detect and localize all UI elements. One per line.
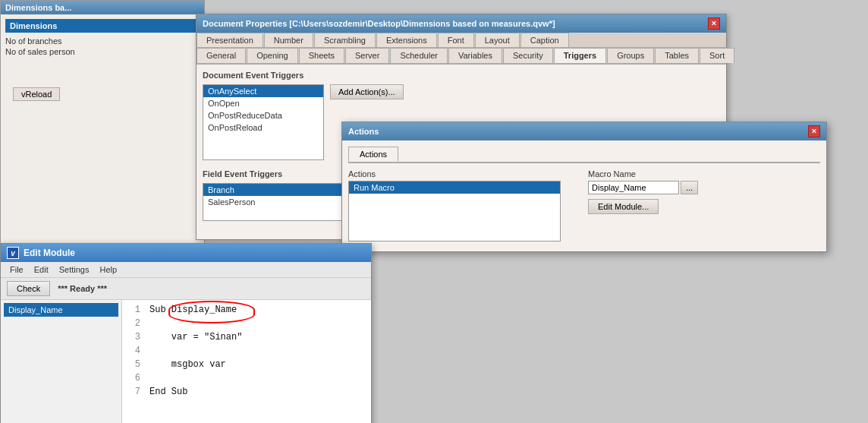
macro-name-input[interactable] bbox=[588, 181, 679, 194]
menu-file[interactable]: File bbox=[5, 264, 28, 276]
edit-module-button[interactable]: Edit Module... bbox=[588, 199, 659, 214]
actions-close-button[interactable]: ✕ bbox=[808, 125, 820, 137]
code-area: 1 Sub Display_Name 2 3 var = "Sinan" 4 5… bbox=[122, 300, 371, 423]
tab-general[interactable]: General bbox=[197, 48, 246, 63]
tab-triggers[interactable]: Triggers bbox=[554, 48, 606, 63]
trigger-onanyselect[interactable]: OnAnySelect bbox=[203, 85, 323, 97]
tab-variables[interactable]: Variables bbox=[448, 48, 502, 63]
menu-settings[interactable]: Settings bbox=[55, 264, 94, 276]
doc-props-top-tabs: Presentation Number Scrambling Extension… bbox=[197, 33, 726, 48]
doc-props-titlebar: Document Properties [C:\Users\sozdemir\D… bbox=[197, 14, 726, 33]
actions-title: Actions bbox=[348, 127, 379, 136]
tab-sheets[interactable]: Sheets bbox=[299, 48, 344, 63]
code-line-6: 6 bbox=[128, 371, 365, 385]
doc-props-bottom-tabs: General Opening Sheets Server Scheduler … bbox=[197, 48, 726, 65]
actions-list-label: Actions bbox=[348, 169, 580, 178]
dimensions-app-window: Dimensions ba... Dimensions No of branch… bbox=[0, 0, 205, 251]
macro-name-label: Macro Name bbox=[588, 169, 820, 178]
actions-inner: Actions Actions Run Macro Macro Name ...… bbox=[342, 140, 826, 251]
module-list-item-display-name[interactable]: Display_Name bbox=[4, 303, 118, 317]
code-line-3: 3 var = "Sinan" bbox=[128, 330, 365, 344]
trigger-onpostreducedata[interactable]: OnPostReduceData bbox=[203, 109, 323, 122]
module-sidebar: Display_Name bbox=[1, 300, 122, 423]
tab-server[interactable]: Server bbox=[345, 48, 389, 63]
tab-actions[interactable]: Actions bbox=[348, 147, 398, 162]
status-text: *** Ready *** bbox=[58, 284, 107, 293]
tab-opening[interactable]: Opening bbox=[247, 48, 298, 63]
edit-module-titlebar: v Edit Module bbox=[1, 244, 371, 262]
bg-app-titlebar: Dimensions ba... bbox=[1, 1, 204, 14]
tab-caption[interactable]: Caption bbox=[520, 33, 569, 47]
edit-module-title: Edit Module bbox=[24, 248, 75, 258]
edit-module-body: Display_Name 1 Sub Display_Name 2 3 var … bbox=[1, 300, 371, 423]
actions-list[interactable]: Run Macro bbox=[348, 181, 561, 241]
macro-browse-button[interactable]: ... bbox=[681, 181, 698, 194]
doc-triggers-list[interactable]: OnAnySelect OnOpen OnPostReduceData OnPo… bbox=[203, 84, 324, 160]
doc-props-close-button[interactable]: ✕ bbox=[708, 17, 720, 30]
tab-font[interactable]: Font bbox=[438, 33, 474, 47]
add-actions-button[interactable]: Add Action(s)... bbox=[330, 84, 404, 99]
actions-list-container: Actions Run Macro bbox=[348, 169, 580, 245]
tab-presentation[interactable]: Presentation bbox=[197, 33, 263, 47]
tab-number[interactable]: Number bbox=[264, 33, 313, 47]
actions-titlebar: Actions ✕ bbox=[342, 122, 826, 140]
code-line-1: 1 Sub Display_Name bbox=[128, 303, 365, 317]
trigger-onopen[interactable]: OnOpen bbox=[203, 97, 323, 109]
bg-app-header: Dimensions bbox=[5, 19, 200, 33]
tab-security[interactable]: Security bbox=[503, 48, 553, 63]
tab-groups[interactable]: Groups bbox=[607, 48, 654, 63]
tab-scrambling[interactable]: Scrambling bbox=[314, 33, 376, 47]
vreload-button[interactable]: vReload bbox=[13, 87, 60, 101]
v-logo-icon: v bbox=[7, 247, 19, 259]
tab-tables[interactable]: Tables bbox=[655, 48, 699, 63]
display-name-highlight: Display_Name bbox=[171, 305, 237, 315]
edit-module-window: v Edit Module File Edit Settings Help Ch… bbox=[0, 243, 372, 423]
code-line-4: 4 bbox=[128, 344, 365, 358]
actions-tab-bar: Actions bbox=[348, 147, 820, 163]
menu-help[interactable]: Help bbox=[95, 264, 121, 276]
tab-sort[interactable]: Sort bbox=[700, 48, 734, 63]
tab-extensions[interactable]: Extensions bbox=[376, 33, 437, 47]
code-line-2: 2 bbox=[128, 317, 365, 330]
trigger-onpostreload[interactable]: OnPostReload bbox=[203, 122, 323, 134]
edit-module-menubar: File Edit Settings Help bbox=[1, 262, 371, 278]
bg-app-item-2: No of sales person bbox=[5, 46, 200, 57]
menu-edit[interactable]: Edit bbox=[30, 264, 53, 276]
bg-app-item-1: No of branches bbox=[5, 36, 200, 46]
actions-content: Actions Run Macro Macro Name ... Edit Mo… bbox=[348, 169, 820, 245]
bg-app-title-text: Dimensions ba... bbox=[5, 3, 71, 12]
action-run-macro[interactable]: Run Macro bbox=[349, 182, 560, 194]
edit-module-toolbar: Check *** Ready *** bbox=[1, 278, 371, 300]
doc-event-triggers-header: Document Event Triggers bbox=[203, 71, 720, 80]
code-line-5: 5 msgbox var bbox=[128, 358, 365, 371]
macro-row: ... bbox=[588, 181, 820, 194]
code-line-7: 7 End Sub bbox=[128, 385, 365, 399]
actions-dialog: Actions ✕ Actions Actions Run Macro Macr… bbox=[341, 122, 827, 252]
macro-container: Macro Name ... Edit Module... bbox=[588, 169, 820, 245]
tab-layout[interactable]: Layout bbox=[475, 33, 520, 47]
tab-scheduler[interactable]: Scheduler bbox=[390, 48, 448, 63]
doc-props-title: Document Properties [C:\Users\sozdemir\D… bbox=[203, 19, 555, 28]
check-button[interactable]: Check bbox=[7, 281, 50, 296]
